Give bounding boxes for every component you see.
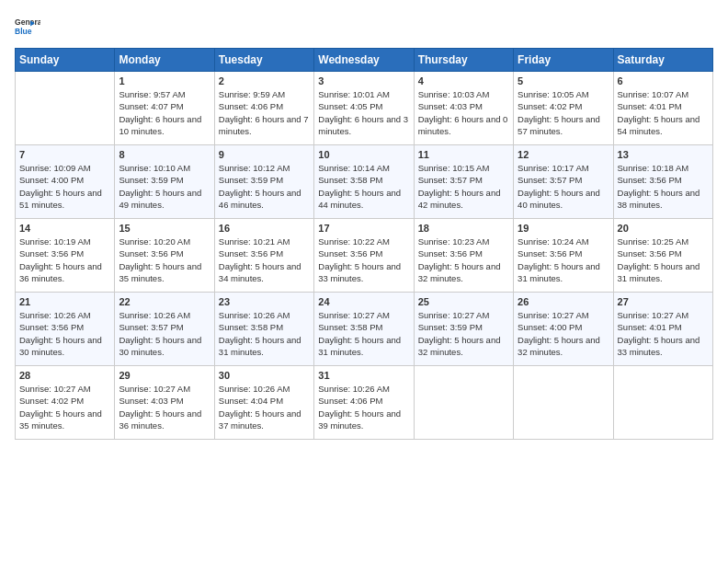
calendar-cell: 10Sunrise: 10:14 AMSunset: 3:58 PMDaylig… [314,145,414,219]
calendar-cell: 18Sunrise: 10:23 AMSunset: 3:56 PMDaylig… [414,219,513,293]
calendar-cell: 30Sunrise: 10:26 AMSunset: 4:04 PMDaylig… [214,366,313,440]
day-info: Sunrise: 10:18 AMSunset: 3:56 PMDaylight… [618,162,709,211]
day-info: Sunrise: 10:27 AMSunset: 4:01 PMDaylight… [618,309,709,358]
calendar-cell: 21Sunrise: 10:26 AMSunset: 3:56 PMDaylig… [16,293,115,366]
header: GeneralBlue [15,15,713,40]
day-number: 26 [518,296,609,307]
calendar-cell: 4Sunrise: 10:03 AMSunset: 4:03 PMDayligh… [414,72,513,145]
day-info: Sunrise: 10:17 AMSunset: 3:57 PMDaylight… [518,162,609,211]
day-number: 15 [119,223,210,234]
calendar-cell: 6Sunrise: 10:07 AMSunset: 4:01 PMDayligh… [613,72,712,145]
day-info: Sunrise: 10:26 AMSunset: 4:06 PMDaylight… [318,383,409,431]
day-info: Sunrise: 10:27 AMSunset: 3:59 PMDaylight… [418,309,509,358]
day-info: Sunrise: 10:27 AMSunset: 4:00 PMDaylight… [518,309,609,358]
calendar-cell: 29Sunrise: 10:27 AMSunset: 4:03 PMDaylig… [115,366,214,440]
day-info: Sunrise: 10:25 AMSunset: 3:56 PMDaylight… [618,236,709,284]
calendar-week-row: 14Sunrise: 10:19 AMSunset: 3:56 PMDaylig… [16,219,713,293]
day-number: 18 [418,223,509,234]
day-number: 4 [418,75,509,86]
logo: GeneralBlue [15,15,40,40]
day-number: 30 [219,370,310,381]
day-info: Sunrise: 10:26 AMSunset: 3:58 PMDaylight… [219,309,310,358]
day-info: Sunrise: 10:07 AMSunset: 4:01 PMDaylight… [618,88,709,137]
day-number: 7 [19,149,110,160]
calendar-cell [16,72,115,145]
calendar-cell: 25Sunrise: 10:27 AMSunset: 3:59 PMDaylig… [414,293,513,366]
weekday-header: Thursday [414,49,513,72]
day-info: Sunrise: 10:27 AMSunset: 4:02 PMDaylight… [19,383,110,431]
day-number: 22 [119,296,210,307]
calendar-cell: 28Sunrise: 10:27 AMSunset: 4:02 PMDaylig… [16,366,115,440]
weekday-header: Monday [115,49,214,72]
calendar-cell: 15Sunrise: 10:20 AMSunset: 3:56 PMDaylig… [115,219,214,293]
calendar-cell: 8Sunrise: 10:10 AMSunset: 3:59 PMDayligh… [115,145,214,219]
calendar-cell: 19Sunrise: 10:24 AMSunset: 3:56 PMDaylig… [514,219,613,293]
calendar-cell: 23Sunrise: 10:26 AMSunset: 3:58 PMDaylig… [214,293,313,366]
calendar-body: 1Sunrise: 9:57 AMSunset: 4:07 PMDaylight… [16,72,713,440]
day-info: Sunrise: 10:26 AMSunset: 4:04 PMDaylight… [219,383,310,431]
day-number: 5 [518,75,609,86]
day-number: 14 [19,223,110,234]
calendar-week-row: 7Sunrise: 10:09 AMSunset: 4:00 PMDayligh… [16,145,713,219]
calendar-cell: 31Sunrise: 10:26 AMSunset: 4:06 PMDaylig… [314,366,414,440]
day-info: Sunrise: 10:03 AMSunset: 4:03 PMDaylight… [418,88,509,137]
day-number: 11 [418,149,509,160]
day-number: 16 [219,223,310,234]
day-number: 23 [219,296,310,307]
day-info: Sunrise: 10:23 AMSunset: 3:56 PMDaylight… [418,236,509,284]
calendar-cell: 1Sunrise: 9:57 AMSunset: 4:07 PMDaylight… [115,72,214,145]
calendar-cell: 17Sunrise: 10:22 AMSunset: 3:56 PMDaylig… [314,219,414,293]
calendar-cell: 5Sunrise: 10:05 AMSunset: 4:02 PMDayligh… [514,72,613,145]
calendar-cell: 12Sunrise: 10:17 AMSunset: 3:57 PMDaylig… [514,145,613,219]
calendar-cell: 7Sunrise: 10:09 AMSunset: 4:00 PMDayligh… [16,145,115,219]
day-info: Sunrise: 9:59 AMSunset: 4:06 PMDaylight:… [219,88,310,137]
calendar-header: SundayMondayTuesdayWednesdayThursdayFrid… [16,49,713,72]
calendar-cell: 11Sunrise: 10:15 AMSunset: 3:57 PMDaylig… [414,145,513,219]
day-info: Sunrise: 10:21 AMSunset: 3:56 PMDaylight… [219,236,310,284]
day-number: 20 [618,223,709,234]
day-number: 24 [318,296,409,307]
day-info: Sunrise: 10:12 AMSunset: 3:59 PMDaylight… [219,162,310,211]
weekday-header: Friday [514,49,613,72]
day-number: 2 [219,75,310,86]
day-info: Sunrise: 10:22 AMSunset: 3:56 PMDaylight… [318,236,409,284]
calendar-cell: 9Sunrise: 10:12 AMSunset: 3:59 PMDayligh… [214,145,313,219]
day-info: Sunrise: 10:05 AMSunset: 4:02 PMDaylight… [518,88,609,137]
calendar-cell: 16Sunrise: 10:21 AMSunset: 3:56 PMDaylig… [214,219,313,293]
day-number: 1 [119,75,210,86]
day-number: 29 [119,370,210,381]
day-number: 27 [618,296,709,307]
day-info: Sunrise: 10:27 AMSunset: 4:03 PMDaylight… [119,383,210,431]
day-number: 31 [318,370,409,381]
day-number: 12 [518,149,609,160]
calendar-cell: 27Sunrise: 10:27 AMSunset: 4:01 PMDaylig… [613,293,712,366]
weekday-header: Wednesday [314,49,414,72]
day-number: 9 [219,149,310,160]
calendar-cell: 13Sunrise: 10:18 AMSunset: 3:56 PMDaylig… [613,145,712,219]
calendar-cell: 20Sunrise: 10:25 AMSunset: 3:56 PMDaylig… [613,219,712,293]
day-number: 21 [19,296,110,307]
weekday-row: SundayMondayTuesdayWednesdayThursdayFrid… [16,49,713,72]
day-number: 10 [318,149,409,160]
calendar-table: SundayMondayTuesdayWednesdayThursdayFrid… [15,48,713,440]
calendar-cell: 22Sunrise: 10:26 AMSunset: 3:57 PMDaylig… [115,293,214,366]
day-info: Sunrise: 10:01 AMSunset: 4:05 PMDaylight… [318,88,409,137]
day-info: Sunrise: 10:19 AMSunset: 3:56 PMDaylight… [19,236,110,284]
day-info: Sunrise: 10:09 AMSunset: 4:00 PMDaylight… [19,162,110,211]
logo-icon: GeneralBlue [15,15,40,40]
day-number: 19 [518,223,609,234]
day-info: Sunrise: 10:14 AMSunset: 3:58 PMDaylight… [318,162,409,211]
svg-text:Blue: Blue [15,27,32,36]
day-info: Sunrise: 10:20 AMSunset: 3:56 PMDaylight… [119,236,210,284]
svg-text:General: General [15,17,40,27]
day-info: Sunrise: 10:26 AMSunset: 3:57 PMDaylight… [119,309,210,358]
calendar-week-row: 1Sunrise: 9:57 AMSunset: 4:07 PMDaylight… [16,72,713,145]
calendar-cell: 26Sunrise: 10:27 AMSunset: 4:00 PMDaylig… [514,293,613,366]
calendar-week-row: 28Sunrise: 10:27 AMSunset: 4:02 PMDaylig… [16,366,713,440]
calendar-cell [613,366,712,440]
day-info: Sunrise: 10:15 AMSunset: 3:57 PMDaylight… [418,162,509,211]
calendar-cell: 2Sunrise: 9:59 AMSunset: 4:06 PMDaylight… [214,72,313,145]
day-number: 28 [19,370,110,381]
day-number: 17 [318,223,409,234]
weekday-header: Saturday [613,49,712,72]
